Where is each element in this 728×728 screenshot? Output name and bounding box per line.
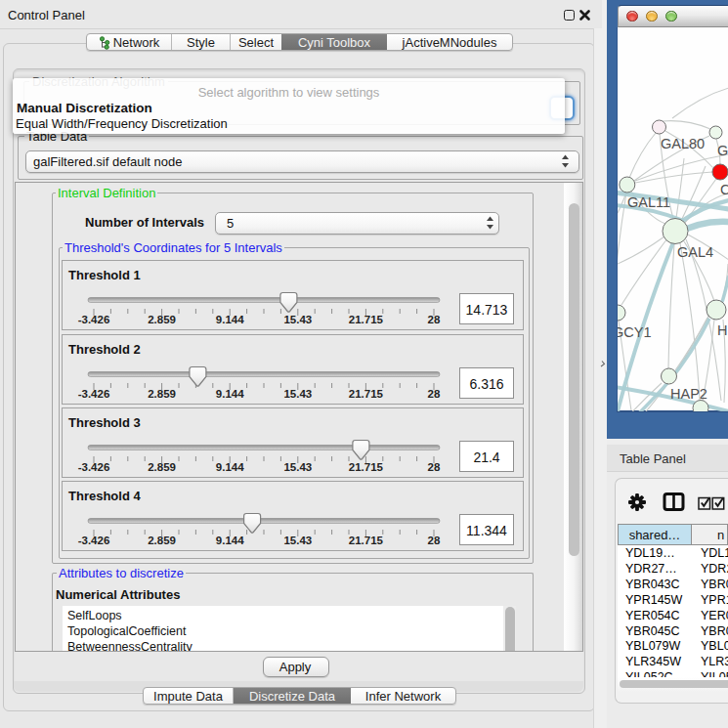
svg-text:GAL11: GAL11 [627,194,670,210]
svg-text:2.859: 2.859 [148,535,176,546]
svg-text:21.715: 21.715 [349,461,384,473]
svg-text:GCY1: GCY1 [618,324,652,340]
svg-text:GAL80: GAL80 [661,136,705,151]
svg-text:28: 28 [428,388,441,400]
svg-text:2.859: 2.859 [148,461,176,473]
svg-text:-3.426: -3.426 [78,388,110,400]
svg-text:15.43: 15.43 [283,388,312,400]
svg-text:-3.426: -3.426 [78,535,110,546]
svg-text:2.859: 2.859 [148,388,176,400]
svg-text:2.859: 2.859 [148,314,176,325]
svg-text:28: 28 [428,461,441,473]
svg-text:28: 28 [428,535,441,546]
svg-text:15.43: 15.43 [283,461,312,473]
svg-text:H: H [717,322,727,338]
svg-text:GAL4: GAL4 [677,244,713,260]
svg-text:9.144: 9.144 [216,461,244,473]
svg-text:15.43: 15.43 [283,535,312,546]
svg-text:21.715: 21.715 [349,388,384,400]
svg-text:-3.426: -3.426 [78,461,110,473]
svg-text:GA: GA [717,143,728,158]
svg-text:C: C [720,182,728,197]
svg-text:HAP2: HAP2 [670,386,707,402]
svg-text:-3.426: -3.426 [78,314,110,325]
svg-text:28: 28 [428,314,441,325]
svg-text:15.43: 15.43 [283,314,312,325]
svg-text:9.144: 9.144 [216,314,244,325]
svg-text:9.144: 9.144 [216,535,244,546]
svg-text:9.144: 9.144 [216,388,244,400]
svg-text:21.715: 21.715 [349,314,384,325]
svg-text:21.715: 21.715 [349,535,384,546]
